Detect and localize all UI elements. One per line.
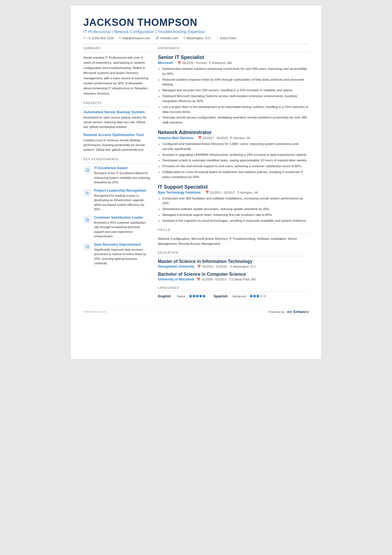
summary-label: SUMMARY: [83, 47, 150, 50]
bullet-2-5: Collaborated on cross-functional teams t…: [162, 170, 309, 180]
project-title-1: Automated Server Backup System: [83, 110, 150, 114]
edu-cal-icon-1: 📅: [197, 265, 201, 268]
contact-email: ✉ help@enhancv.com: [119, 36, 150, 40]
project-desc-2: Created a tool to enhance remote desktop…: [83, 138, 150, 152]
school-1: Georgetown University: [158, 265, 194, 268]
bullet-3-4: Assisted in the migration to cloud techn…: [162, 218, 309, 223]
dates-3: 📅 01/2015 - 03/2017: [205, 191, 235, 194]
achievement-content-1: IT Excellence Award Recipient of the IT …: [94, 166, 150, 185]
experience-label: EXPERIENCE: [158, 47, 309, 50]
calendar-icon-3: 📅: [205, 191, 209, 194]
languages-label: LANGUAGES: [158, 286, 309, 289]
job-meta-2: Amazon Web Services 📅 04/2017 - 05/2020 …: [158, 136, 309, 140]
company-3: Byte Technology Solutions: [158, 191, 201, 194]
ach-desc-3: Achieved a 95% customer satisfaction rat…: [94, 220, 150, 239]
dot-s-5: [263, 295, 266, 297]
bullet-2-1: Configured and maintained Active Directo…: [162, 142, 309, 152]
achievement-icon-2: [83, 189, 91, 197]
header-divider: [83, 44, 309, 44]
header: JACKSON THOMPSON IT Professional | Netwo…: [83, 17, 309, 40]
school-2: University of Maryland: [158, 277, 194, 281]
edu-meta-2: University of Maryland 📅 01/2009 - 01/20…: [158, 277, 309, 281]
contact-row: ✆ +1-(234)-555-1234 ✉ help@enhancv.com 🔗…: [83, 36, 309, 40]
dot-s-4: [260, 295, 262, 297]
calendar-icon-2: 📅: [198, 136, 202, 140]
job-title-2: Network Administrator: [158, 130, 309, 135]
footer: www.enhancv.com Powered by Enhancv: [83, 307, 309, 314]
location-1: ⚲ Redmond, WA: [209, 61, 232, 65]
achievement-icon-3: [83, 216, 91, 224]
bullets-1: Implemented network solutions enhancing …: [158, 66, 309, 125]
dot-e-4: [199, 295, 202, 297]
bullet-1-4: Deployed Microsoft Operating Systems acr…: [162, 94, 309, 104]
job-meta-1: Microsoft 📅 06/2020 - Present ⚲ Redmond,…: [158, 61, 309, 65]
skills-text: Network Configuration, Microsoft Active …: [158, 236, 309, 246]
dot-s-2: [253, 295, 256, 297]
edu-cal-icon-2: 📅: [197, 278, 200, 281]
lang-dots-spanish: [250, 295, 266, 297]
pin-icon-2: ⚲: [230, 136, 232, 140]
edu-pin-2: ⚲: [229, 278, 231, 281]
ach-desc-1: Recipient of the IT Excellence Award for…: [94, 171, 150, 185]
lang-spanish: Spanish Advanced: [214, 294, 266, 298]
job-meta-3: Byte Technology Solutions 📅 01/2015 - 03…: [158, 191, 309, 194]
enhancv-icon: [286, 310, 292, 314]
edu-dates-2: 📅 01/2009 - 01/2013: [197, 278, 226, 281]
lang-level-spanish: Advanced: [232, 295, 246, 298]
achievement-3: Customer Satisfaction Leader Achieved a …: [83, 216, 150, 239]
footer-brand: Powered by Enhancv: [269, 310, 309, 314]
lang-level-english: Native: [177, 295, 185, 298]
achievements-divider: [83, 163, 150, 163]
resume-page: JACKSON THOMPSON IT Professional | Netwo…: [71, 6, 321, 359]
achievements-label: KEY ACHIEVEMENTS: [83, 158, 150, 161]
degree-1: Master of Science in Information Technol…: [158, 259, 309, 264]
bullet-2-3: Developed scripts to automate repetitive…: [162, 158, 309, 163]
star-icon-header: ☆: [217, 36, 219, 40]
bullet-1-1: Implemented network solutions enhancing …: [162, 66, 309, 77]
bullets-3: Conducted over 300 hardware and software…: [158, 196, 309, 223]
ach-desc-4: Significantly improved data recovery pro…: [94, 247, 150, 266]
ach-title-2: Project Leadership Recognition: [94, 189, 150, 193]
lang-name-english: English: [158, 294, 175, 298]
email-icon: ✉: [119, 36, 121, 40]
education-divider: [158, 256, 309, 256]
location-icon: ⚲: [183, 36, 185, 40]
dot-e-1: [189, 295, 192, 297]
bullets-2: Configured and maintained Active Directo…: [158, 142, 309, 180]
languages-divider: [158, 291, 309, 291]
achievement-4: Data Recovery Improvement Significantly …: [83, 243, 150, 266]
lang-english: English Native: [158, 294, 205, 298]
edu-meta-1: Georgetown University 📅 01/2013 - 01/201…: [158, 265, 309, 268]
dot-e-5: [203, 295, 205, 297]
bullet-3-2: Streamlined software update processes, r…: [162, 207, 309, 212]
achievement-icon-1: [83, 166, 91, 174]
right-column: EXPERIENCE Senior IT Specialist Microsof…: [158, 47, 309, 298]
achievement-content-4: Data Recovery Improvement Significantly …: [94, 243, 150, 266]
skills-label: SKILLS: [158, 228, 309, 231]
bullet-1-3: Managed and secured over 200 servers, re…: [162, 88, 309, 93]
job-title-3: IT Support Specialist: [158, 184, 309, 190]
education-label: EDUCATION: [158, 251, 309, 254]
achievement-content-2: Project Leadership Recognition Recognize…: [94, 189, 150, 212]
achievement-1: IT Excellence Award Recipient of the IT …: [83, 166, 150, 185]
ach-title-3: Customer Satisfaction Leader: [94, 216, 150, 219]
bullet-3-1: Conducted over 300 hardware and software…: [162, 196, 309, 206]
lang-name-spanish: Spanish: [214, 294, 230, 298]
bullet-2-2: Assisted in upgrading LAN/WAN infrastruc…: [162, 152, 309, 157]
svg-marker-0: [86, 218, 89, 221]
location-3: ⚲ Arlington, VA: [237, 191, 258, 194]
skills-divider: [158, 233, 309, 233]
dates-1: 📅 06/2020 - Present: [177, 61, 207, 65]
ach-title-1: IT Excellence Award: [94, 166, 150, 170]
edu-dates-1: 📅 01/2013 - 01/2015: [197, 265, 227, 268]
linkedin-icon: 🔗: [155, 36, 159, 40]
dates-2: 📅 04/2017 - 05/2020: [198, 136, 228, 140]
pin-icon-3: ⚲: [237, 191, 239, 194]
ach-desc-2: Recognized for leading a team in develop…: [94, 193, 150, 212]
experience-divider: [158, 51, 309, 52]
achievement-2: Project Leadership Recognition Recognize…: [83, 189, 150, 212]
pin-icon-1: ⚲: [209, 61, 211, 65]
bullet-1-6: Oversaw remote access configuration, fac…: [162, 115, 309, 125]
phone-icon: ✆: [83, 36, 86, 40]
projects-divider: [83, 107, 150, 107]
